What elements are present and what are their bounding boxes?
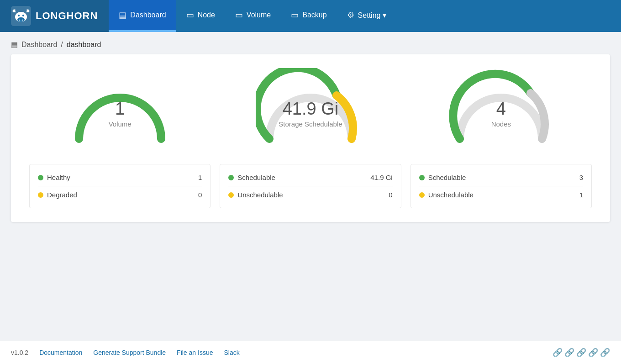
dot-green-volume (38, 175, 43, 180)
nav-label-volume: Volume (247, 11, 271, 19)
chain-icon-5: 🔗 (600, 348, 610, 358)
footer-link-issue[interactable]: File an Issue (177, 349, 213, 356)
nav-item-backup[interactable]: ▭ Backup (281, 0, 337, 32)
footer-link-slack[interactable]: Slack (224, 349, 239, 356)
gauge-nodes-value: 4 (491, 100, 511, 117)
stat-label-healthy: Healthy (47, 174, 70, 181)
stat-item-unschedulable-storage: Unschedulable 0 (228, 188, 392, 201)
stat-item-schedulable-nodes: Schedulable 3 (419, 171, 583, 184)
stat-label-degraded: Degraded (47, 191, 77, 199)
gauge-storage-value: 41.9 Gi (279, 100, 342, 117)
stat-label-schedulable-nodes: Schedulable (428, 174, 466, 181)
stat-value-healthy: 1 (198, 174, 202, 181)
breadcrumb: ▤ Dashboard / dashboard (0, 32, 621, 54)
gauge-volume-value: 1 (109, 100, 132, 117)
svg-point-5 (19, 20, 21, 21)
logo-text: LONGHORN (36, 10, 98, 22)
footer-link-docs[interactable]: Documentation (39, 349, 82, 356)
stat-value-degraded: 0 (198, 191, 202, 199)
stat-value-schedulable-storage: 41.9 Gi (370, 174, 392, 181)
nav-label-node: Node (198, 11, 215, 19)
chain-icon-4: 🔗 (588, 348, 598, 358)
stat-card-volume: Healthy 1 Degraded 0 (29, 164, 211, 208)
volume-nav-icon: ▭ (235, 10, 243, 20)
chain-icon-3: 🔗 (576, 348, 586, 358)
nav-item-node[interactable]: ▭ Node (176, 0, 225, 32)
stat-item-schedulable-storage: Schedulable 41.9 Gi (228, 171, 392, 184)
gauge-volume: 1 Volume (29, 68, 211, 150)
gauges-row: 1 Volume (29, 68, 592, 150)
svg-point-2 (17, 17, 25, 22)
stat-card-nodes: Schedulable 3 Unschedulable 1 (410, 164, 592, 208)
stat-label-schedulable-storage: Schedulable (237, 174, 275, 181)
dot-yellow-volume (38, 192, 43, 198)
svg-point-3 (18, 15, 20, 16)
gauge-storage: 41.9 Gi Storage Schedulable (220, 68, 401, 150)
svg-point-6 (22, 20, 23, 21)
stat-value-schedulable-nodes: 3 (579, 174, 583, 181)
setting-nav-icon: ⚙ (347, 10, 354, 20)
gauge-nodes: 4 Nodes (410, 68, 592, 150)
dot-green-nodes (419, 175, 425, 180)
stat-item-unschedulable-nodes: Unschedulable 1 (419, 188, 583, 201)
nav-label-setting: Setting ▾ (358, 11, 386, 20)
stat-item-degraded: Degraded 0 (38, 188, 202, 201)
footer-link-support[interactable]: Generate Support Bundle (93, 349, 166, 356)
gauge-nodes-label: Nodes (491, 120, 511, 128)
breadcrumb-separator: / (61, 41, 63, 49)
breadcrumb-icon: ▤ (11, 40, 18, 49)
node-nav-icon: ▭ (186, 10, 194, 20)
gauge-volume-label: Volume (109, 120, 132, 128)
nav-item-volume[interactable]: ▭ Volume (225, 0, 281, 32)
dashboard-nav-icon: ▤ (119, 10, 126, 20)
stat-card-storage: Schedulable 41.9 Gi Unschedulable 0 (220, 164, 401, 208)
nav-label-backup: Backup (302, 11, 326, 19)
dot-green-storage (228, 175, 234, 180)
footer-chain-icons: 🔗 🔗 🔗 🔗 🔗 (553, 348, 610, 358)
gauge-storage-label: Storage Schedulable (279, 120, 342, 128)
logo-area: LONGHORN (0, 0, 109, 32)
longhorn-logo-icon (11, 6, 31, 26)
nav-label-dashboard: Dashboard (130, 11, 166, 19)
stat-label-unschedulable-nodes: Unschedulable (428, 191, 474, 199)
stat-item-healthy: Healthy 1 (38, 171, 202, 184)
breadcrumb-root: Dashboard (21, 41, 57, 49)
backup-nav-icon: ▭ (291, 10, 299, 20)
nav-item-setting[interactable]: ⚙ Setting ▾ (337, 0, 396, 32)
main-content: 1 Volume (0, 54, 621, 341)
dashboard-card: 1 Volume (11, 54, 610, 222)
stat-value-unschedulable-nodes: 1 (579, 191, 583, 199)
dot-yellow-nodes (419, 192, 425, 198)
nav-item-dashboard[interactable]: ▤ Dashboard (109, 0, 176, 32)
stat-value-unschedulable-storage: 0 (389, 191, 392, 199)
stats-row: Healthy 1 Degraded 0 (29, 164, 592, 208)
breadcrumb-current: dashboard (67, 41, 101, 49)
chain-icon-2: 🔗 (564, 348, 574, 358)
stat-label-unschedulable-storage: Unschedulable (237, 191, 283, 199)
dot-yellow-storage (228, 192, 234, 198)
footer-version: v1.0.2 (11, 349, 28, 356)
main-nav: ▤ Dashboard ▭ Node ▭ Volume ▭ Backup ⚙ S… (109, 0, 396, 32)
footer: v1.0.2 Documentation Generate Support Bu… (0, 341, 621, 364)
chain-icon-1: 🔗 (553, 348, 563, 358)
svg-point-4 (22, 15, 24, 16)
